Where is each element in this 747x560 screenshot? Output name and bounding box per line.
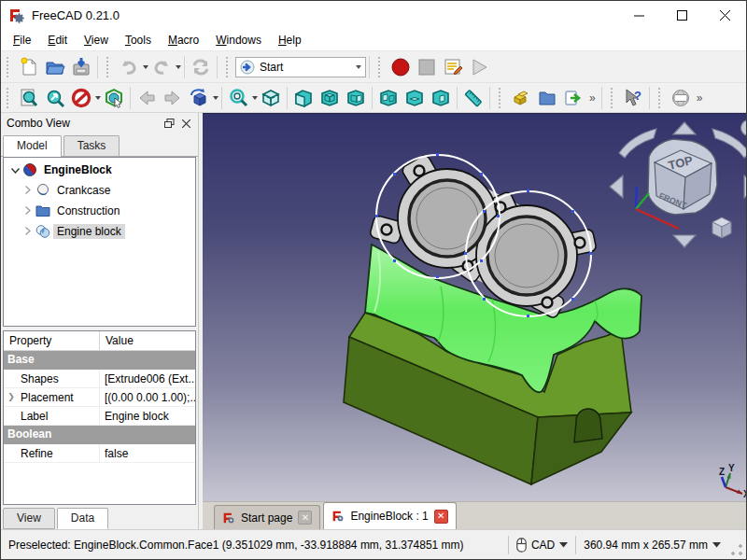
property-row-placement[interactable]: ❯ Placement [(0.00 0.00 1.00);... bbox=[4, 388, 195, 407]
maximize-button[interactable] bbox=[660, 1, 703, 29]
tree-item-engineblock[interactable]: EngineBlock bbox=[4, 160, 195, 180]
window-title: FreeCAD 0.21.0 bbox=[32, 8, 120, 22]
property-value[interactable]: [(0.00 0.00 1.00);... bbox=[100, 388, 195, 406]
macro-record-button[interactable] bbox=[388, 54, 414, 80]
mdi-tab-label[interactable]: EngineBlock : 1 bbox=[350, 510, 428, 523]
whats-this-button[interactable]: ? bbox=[620, 85, 646, 111]
refresh-button[interactable] bbox=[188, 54, 214, 80]
redo-button[interactable] bbox=[148, 54, 175, 80]
isometric-view-button[interactable] bbox=[186, 85, 212, 111]
tree-item-label[interactable]: EngineBlock bbox=[40, 162, 116, 177]
menu-help[interactable]: Help bbox=[270, 31, 310, 49]
rear-view-button[interactable] bbox=[375, 85, 402, 111]
draw-style-button[interactable] bbox=[68, 85, 94, 111]
macro-execute-button[interactable] bbox=[466, 54, 492, 80]
toolbar-handle[interactable] bbox=[226, 57, 232, 77]
engine-block-model[interactable] bbox=[344, 153, 641, 484]
nav-forward-button[interactable] bbox=[160, 85, 186, 111]
macro-stop-button[interactable] bbox=[414, 54, 440, 80]
toolbar-handle[interactable] bbox=[499, 88, 504, 108]
menu-windows[interactable]: Windows bbox=[207, 31, 270, 49]
open-document-button[interactable] bbox=[42, 54, 68, 80]
menu-view[interactable]: View bbox=[76, 31, 117, 49]
expander-closed-icon[interactable] bbox=[21, 186, 35, 196]
menu-tools[interactable]: Tools bbox=[117, 31, 160, 49]
fit-selection-button[interactable] bbox=[42, 85, 68, 111]
web-globe-button[interactable] bbox=[668, 85, 694, 111]
nav-back-button[interactable] bbox=[134, 85, 160, 111]
tab-view[interactable]: View bbox=[3, 508, 55, 529]
tree-item-label[interactable]: Engine block bbox=[53, 224, 125, 239]
view-dimensions-selector[interactable]: 360.94 mm x 265.57 mm bbox=[584, 539, 721, 552]
right-view-button[interactable] bbox=[343, 85, 369, 111]
resize-grip[interactable] bbox=[730, 543, 743, 556]
tree-item-construction[interactable]: Construction bbox=[4, 201, 195, 221]
group-folder-button[interactable] bbox=[534, 85, 560, 111]
tab-start-page[interactable]: Start page ✕ bbox=[214, 505, 320, 529]
new-document-button[interactable] bbox=[16, 54, 42, 80]
left-view-button[interactable] bbox=[428, 85, 454, 111]
fit-all-button[interactable] bbox=[16, 85, 42, 111]
value-column-header[interactable]: Value bbox=[100, 331, 139, 350]
top-view-button[interactable] bbox=[317, 85, 343, 111]
part-common-icon bbox=[35, 224, 50, 239]
dock-float-icon[interactable] bbox=[161, 116, 177, 131]
tree-item-label[interactable]: Construction bbox=[53, 203, 123, 218]
property-value[interactable]: Engine block bbox=[100, 407, 195, 425]
close-button[interactable] bbox=[703, 1, 746, 29]
expander-closed-icon[interactable] bbox=[21, 227, 35, 237]
toolbar-handle[interactable] bbox=[658, 88, 664, 108]
expander-icon[interactable]: ❯ bbox=[4, 388, 19, 406]
part-button[interactable] bbox=[508, 85, 534, 111]
expander-closed-icon[interactable] bbox=[21, 206, 35, 217]
menu-macro[interactable]: Macro bbox=[160, 31, 207, 49]
property-group-boolean[interactable]: Boolean bbox=[4, 426, 195, 444]
navigation-cube[interactable]: TOP FRONT bbox=[610, 120, 746, 248]
tab-engineblock[interactable]: EngineBlock : 1 ✕ bbox=[323, 502, 456, 529]
property-group-base[interactable]: Base bbox=[4, 351, 195, 370]
property-row-refine[interactable]: Refine false bbox=[4, 444, 195, 463]
expander-open-icon[interactable] bbox=[7, 165, 22, 175]
toolbar-handle[interactable] bbox=[7, 57, 12, 77]
toolbar-handle[interactable] bbox=[611, 88, 616, 108]
mdi-tab-label[interactable]: Start page bbox=[241, 511, 292, 525]
property-value[interactable]: [Extrude006 (Ext... bbox=[100, 370, 195, 387]
workbench-selector[interactable]: Start bbox=[235, 57, 366, 77]
redo-dropdown-arrow[interactable] bbox=[176, 65, 181, 69]
tree-item-label[interactable]: Crankcase bbox=[53, 183, 114, 198]
property-column-header[interactable]: Property bbox=[4, 331, 100, 350]
tab-close-icon[interactable]: ✕ bbox=[298, 511, 312, 525]
export-button[interactable] bbox=[560, 85, 586, 111]
tree-item-engine-block[interactable]: Engine block bbox=[4, 221, 195, 242]
zoom-button[interactable] bbox=[225, 85, 251, 111]
tab-tasks[interactable]: Tasks bbox=[63, 135, 120, 156]
toolbar-overflow-button[interactable]: » bbox=[694, 91, 706, 105]
property-value[interactable]: false bbox=[100, 444, 195, 462]
save-document-button[interactable] bbox=[68, 54, 94, 80]
measure-button[interactable] bbox=[460, 85, 486, 111]
macro-edit-button[interactable] bbox=[440, 54, 466, 80]
menu-file[interactable]: File bbox=[5, 31, 39, 49]
toolbar-overflow-button[interactable]: » bbox=[586, 91, 599, 105]
property-row-shapes[interactable]: Shapes [Extrude006 (Ext... bbox=[4, 370, 195, 388]
minimize-button[interactable] bbox=[617, 1, 660, 29]
selection-view-button[interactable] bbox=[101, 85, 127, 111]
navigation-style-selector[interactable]: CAD bbox=[516, 538, 568, 553]
view-dropdown-arrow[interactable] bbox=[213, 96, 218, 100]
toolbar-handle[interactable] bbox=[7, 88, 12, 108]
toolbar-handle[interactable] bbox=[106, 57, 112, 77]
tab-close-icon[interactable]: ✕ bbox=[434, 510, 448, 524]
tab-data[interactable]: Data bbox=[57, 508, 108, 529]
undo-button[interactable] bbox=[116, 54, 142, 80]
tab-model[interactable]: Model bbox=[3, 135, 62, 157]
dock-close-icon[interactable] bbox=[177, 116, 194, 131]
tree-item-crankcase[interactable]: Crankcase bbox=[4, 180, 195, 201]
menu-edit[interactable]: Edit bbox=[39, 31, 76, 49]
property-row-label[interactable]: Label Engine block bbox=[4, 407, 195, 426]
front-view-button[interactable] bbox=[290, 85, 317, 111]
axonometric-view-button[interactable] bbox=[258, 85, 284, 111]
3d-viewport[interactable]: TOP FRONT bbox=[203, 113, 746, 501]
bottom-view-button[interactable] bbox=[402, 85, 428, 111]
nav-style-value: CAD bbox=[531, 539, 555, 552]
toolbar-handle[interactable] bbox=[378, 57, 384, 77]
